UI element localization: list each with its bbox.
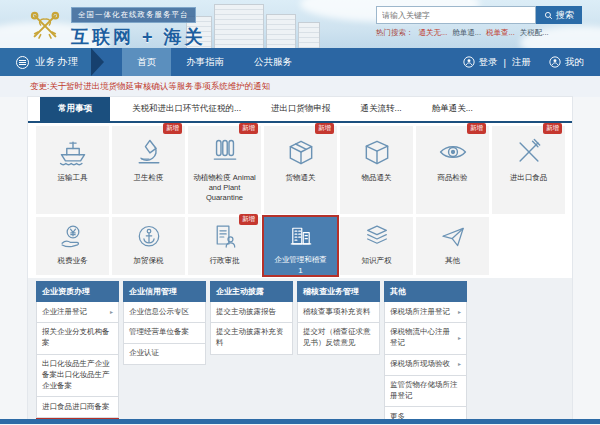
- yuan-hand-icon: [57, 223, 89, 251]
- main-navbar: 业务办理 首页 办事指南 公共服务 登录 | 注册 我的: [0, 48, 600, 76]
- service-commodity-inspection[interactable]: 新增 商品检验: [416, 126, 489, 214]
- service-articles-clearance[interactable]: 物品通关: [340, 126, 413, 214]
- services-card: 常用事项 关税和进出口环节代征税的... 进出口货物申报 通关流转... 舱单通…: [28, 97, 572, 421]
- menu-item-submit-disclosure-report[interactable]: 提交主动披露报告: [210, 302, 293, 323]
- menu-item-enterprise-info-publicity[interactable]: 企业信息公示专区: [123, 302, 206, 323]
- panel-header[interactable]: 企业资质办理: [36, 281, 119, 302]
- site-title: 互联网 + 海关: [71, 25, 206, 48]
- submenu-arrow-icon: ▸: [110, 308, 113, 317]
- buildings-icon: [285, 223, 317, 250]
- category-tab-common[interactable]: 常用事项: [40, 97, 110, 121]
- hot-search-link[interactable]: 税单查...: [486, 28, 515, 38]
- service-label: 货物通关: [283, 173, 319, 183]
- step-1-marker: 1: [298, 266, 302, 275]
- new-badge: 新增: [239, 214, 258, 225]
- menu-item-cosmetics-manufacturer-filing[interactable]: 出口化妆品生产企业备案出口化妆品生产企业备案: [36, 355, 119, 398]
- quarantine-bars-icon: [207, 136, 243, 168]
- nav-tab-guide[interactable]: 办事指南: [171, 48, 239, 76]
- menu-item-food-importer-filing[interactable]: 进口食品进口商备案: [36, 397, 119, 418]
- new-badge: 新增: [467, 123, 486, 134]
- new-badge: 新增: [163, 123, 182, 134]
- menu-item-broker-branch-filing[interactable]: 报关企业分支机构备案: [36, 323, 119, 355]
- panel-header[interactable]: 企业信用管理: [123, 281, 206, 302]
- service-label: 行政审批: [207, 256, 243, 266]
- service-admin-approval[interactable]: 新增 行政审批: [188, 217, 261, 275]
- microscope-icon: [131, 136, 167, 168]
- service-cargo-clearance[interactable]: 新增 货物通关: [264, 126, 337, 214]
- service-label: 进出口食品: [507, 173, 551, 183]
- menu-item-enterprise-certification[interactable]: 企业认证: [123, 344, 206, 365]
- dropdown-panels: 企业资质办理 企业注册登记 ▸ 报关企业分支机构备案 出口化妆品生产企业备案出口…: [28, 278, 572, 421]
- service-transport-tools[interactable]: 运输工具: [36, 126, 109, 214]
- paper-plane-icon: [437, 223, 469, 251]
- service-label: 加贸保税: [131, 256, 167, 266]
- utensils-icon: [511, 136, 547, 168]
- category-tab-tariff[interactable]: 关税和进出口环节代征税的...: [124, 97, 249, 121]
- service-intellectual-property[interactable]: 知识产权: [340, 217, 413, 275]
- service-animal-plant-quarantine[interactable]: 新增 动植物检疫 Animal and Plant Quarantine: [188, 126, 261, 214]
- menu-item-submit-disclosure-supplement[interactable]: 提交主动披露补充资料: [210, 323, 293, 355]
- site-header: 全国一体化在线政务服务平台 互联网 + 海关 搜索 热门搜索： 通关无... 舱…: [0, 0, 600, 48]
- hot-search-link[interactable]: 舱单通...: [452, 28, 481, 38]
- panel-other: 其他 保税场所注册登记 ▸ 保税物流中心注册登记 ▸ 保税场所现场验收 ▸ 监管…: [384, 281, 467, 421]
- hot-search-label: 热门搜索：: [376, 28, 414, 38]
- nav-account-area: 登录 | 注册 我的: [463, 48, 600, 76]
- menu-item-bonded-premises-registration[interactable]: 保税场所注册登记 ▸: [384, 302, 467, 323]
- footer-strip: [0, 419, 600, 424]
- hot-search-link[interactable]: 通关无...: [419, 28, 448, 38]
- service-enterprise-management-audit[interactable]: 企业管理和稽查 1: [264, 217, 337, 275]
- new-badge: 新增: [543, 123, 562, 134]
- service-label: 企业管理和稽查: [271, 255, 330, 265]
- cube-icon: [359, 136, 395, 168]
- service-label: 运输工具: [55, 173, 91, 183]
- hamburger-menu-icon: [16, 56, 29, 69]
- menu-item-supervised-goods-storage-registration[interactable]: 监管货物存储场所注册登记: [384, 376, 467, 408]
- document-person-icon: [209, 223, 241, 251]
- category-tab-clearance-flow[interactable]: 通关流转...: [353, 97, 410, 121]
- service-processing-trade-bonded[interactable]: 加贸保税: [112, 217, 185, 275]
- login-icon: [463, 56, 475, 68]
- panel-header[interactable]: 其他: [384, 281, 467, 302]
- service-grid-row1: 运输工具 新增 卫生检疫 新增 动植物检疫 Animal and Plant Q…: [36, 126, 572, 214]
- submenu-arrow-icon: ▸: [458, 334, 461, 343]
- submenu-arrow-icon: ▸: [458, 308, 461, 317]
- business-menu-button[interactable]: 业务办理: [0, 48, 91, 76]
- service-tax-fees[interactable]: 税费业务: [36, 217, 109, 275]
- new-badge: 新增: [239, 123, 258, 134]
- menu-item-operating-unit-filing[interactable]: 管理经营单位备案: [123, 323, 206, 344]
- my-account-link[interactable]: 我的: [565, 56, 584, 69]
- hot-search-link[interactable]: 关税配...: [520, 28, 549, 38]
- service-grid-row2: 税费业务 加贸保税 新增 行政审批: [36, 217, 572, 275]
- nav-tab-home[interactable]: 首页: [122, 48, 171, 76]
- magnifier-icon: [544, 11, 553, 20]
- menu-item-audit-feedback-opinion[interactable]: 提交对（稽查征求意见书）反馈意见: [297, 323, 380, 355]
- service-import-export-food[interactable]: 新增 进出口食品: [492, 126, 565, 214]
- panel-header[interactable]: 企业主动披露: [210, 281, 293, 302]
- service-label: 物品通关: [359, 173, 395, 183]
- login-link[interactable]: 登录: [479, 56, 498, 69]
- search-input[interactable]: [376, 6, 536, 24]
- platform-badge: 全国一体化在线政务服务平台: [71, 7, 196, 23]
- service-label: 动植物检疫 Animal and Plant Quarantine: [188, 173, 261, 203]
- panel-voluntary-disclosure: 企业主动披露 提交主动披露报告 提交主动披露补充资料: [210, 281, 293, 355]
- menu-item-bonded-logistics-center-registration[interactable]: 保税物流中心注册登记 ▸: [384, 323, 467, 355]
- register-link[interactable]: 注册: [512, 56, 531, 69]
- category-tab-manifest[interactable]: 舱单通关...: [424, 97, 481, 121]
- category-tab-bar: 常用事项 关税和进出口环节代征税的... 进出口货物申报 通关流转... 舱单通…: [28, 97, 572, 123]
- service-other[interactable]: 其他: [416, 217, 489, 275]
- carton-box-icon: [283, 136, 319, 168]
- search-button[interactable]: 搜索: [536, 6, 582, 24]
- category-tab-declaration[interactable]: 进出口货物申报: [263, 97, 339, 121]
- menu-item-audit-supplement-material[interactable]: 稽核查事项补充资料: [297, 302, 380, 323]
- menu-item-bonded-site-acceptance[interactable]: 保税场所现场验收 ▸: [384, 355, 467, 376]
- user-icon: [549, 56, 561, 68]
- ship-icon: [55, 136, 91, 168]
- layers-icon: [361, 223, 393, 251]
- maintenance-notice-link[interactable]: 变更:关于暂时进出境货物延审核确认等服务事项系统维护的通知: [30, 81, 270, 93]
- panel-header[interactable]: 稽核查业务管理: [297, 281, 380, 302]
- notice-bar: 变更:关于暂时进出境货物延审核确认等服务事项系统维护的通知: [0, 76, 600, 97]
- service-label: 税费业务: [55, 256, 91, 266]
- nav-tab-public-services[interactable]: 公共服务: [239, 48, 307, 76]
- menu-item-enterprise-registration[interactable]: 企业注册登记 ▸: [36, 302, 119, 323]
- service-health-quarantine[interactable]: 新增 卫生检疫: [112, 126, 185, 214]
